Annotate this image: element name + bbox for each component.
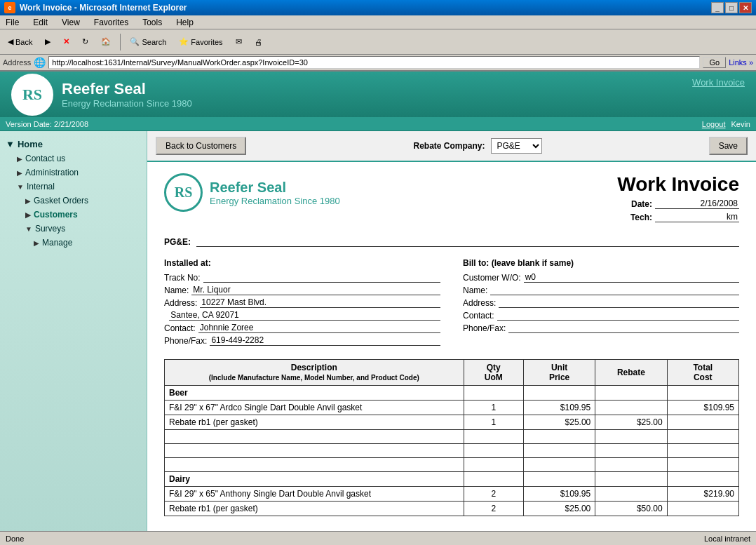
- page-title-link[interactable]: Work Invoice: [692, 77, 745, 88]
- invoice-table-body: Beer F&I 29" x 67" Ardco Single Dart Dou…: [165, 386, 739, 516]
- window-controls[interactable]: _ □ ✕: [711, 2, 752, 13]
- date-label: Date:: [631, 199, 652, 209]
- stop-button[interactable]: ✕: [58, 32, 74, 52]
- close-button[interactable]: ✕: [739, 2, 752, 13]
- menu-view[interactable]: View: [59, 16, 83, 29]
- sidebar: ▼ Home ▶ Contact us ▶ Administration ▼ I…: [0, 131, 147, 544]
- col-header-rebate: Rebate: [595, 360, 667, 386]
- bill-addr-label: Address:: [463, 298, 496, 308]
- menu-file[interactable]: File: [3, 16, 22, 29]
- mail-icon: ✉: [236, 37, 242, 46]
- wo-row: Customer W/O: w0: [463, 272, 739, 283]
- menu-help[interactable]: Help: [173, 16, 196, 29]
- rebate-company-select[interactable]: PG&E SCE SDG&E: [491, 138, 542, 154]
- sidebar-item-manage[interactable]: ▶ Manage: [0, 236, 147, 250]
- print-button[interactable]: 🖨: [250, 32, 267, 52]
- pge-value: [196, 236, 739, 247]
- track-no-value: [203, 272, 440, 283]
- pge-label: PG&E:: [164, 237, 191, 247]
- main-layout: ▼ Home ▶ Contact us ▶ Administration ▼ I…: [0, 131, 756, 544]
- install-contact-value: Johnnie Zoree: [198, 323, 440, 333]
- status-right: Local intranet: [704, 534, 750, 543]
- menu-favorites[interactable]: Favorites: [91, 16, 131, 29]
- install-addr2-row: Santee, CA 92071: [164, 310, 440, 321]
- sidebar-item-home[interactable]: ▼ Home: [0, 137, 147, 152]
- install-contact-row: Contact: Johnnie Zoree: [164, 323, 440, 333]
- item-price: $109.95: [523, 487, 595, 502]
- toolbar-separator: [120, 34, 121, 51]
- bill-contact-label: Contact:: [463, 311, 494, 321]
- back-to-customers-button[interactable]: Back to Customers: [156, 137, 246, 155]
- item-total: $109.95: [667, 401, 738, 415]
- sidebar-item-gasket-orders[interactable]: ▶ Gasket Orders: [0, 194, 147, 208]
- col-header-price: UnitPrice: [523, 360, 595, 386]
- company-name: Reefer Seal: [62, 80, 192, 98]
- install-phone-row: Phone/Fax: 619-449-2282: [164, 335, 440, 346]
- user-name: Kevin: [731, 120, 750, 128]
- item-price: $25.00: [523, 415, 595, 430]
- item-qty: 2: [464, 487, 523, 502]
- links-label[interactable]: Links »: [729, 58, 753, 67]
- address-input[interactable]: [48, 56, 700, 69]
- item-total: [667, 415, 738, 430]
- install-phone-label: Phone/Fax:: [164, 336, 207, 346]
- menu-edit[interactable]: Edit: [30, 16, 50, 29]
- table-row: [165, 444, 739, 458]
- item-rebate: $50.00: [595, 502, 667, 516]
- manage-arrow-icon: ▶: [34, 239, 39, 247]
- page: RS Reefer Seal Energy Reclamation Since …: [0, 72, 756, 544]
- install-name-value: Mr. Liquor: [191, 285, 440, 295]
- toolbar: ◀ Back ▶ ✕ ↻ 🏠 🔍 Search ⭐ Favorites ✉ 🖨: [0, 29, 756, 55]
- invoice-logo: RS Reefer Seal Energy Reclamation Since …: [164, 173, 340, 212]
- admin-arrow-icon: ▶: [17, 169, 22, 177]
- table-row: Rebate rb1 (per gasket) 2 $25.00 $50.00: [165, 502, 739, 516]
- installed-at-title: Installed at:: [164, 258, 440, 268]
- save-button[interactable]: Save: [709, 137, 748, 155]
- forward-button[interactable]: ▶: [40, 32, 55, 52]
- pge-row: PG&E:: [164, 236, 739, 247]
- menu-tools[interactable]: Tools: [140, 16, 165, 29]
- top-controls: Back to Customers Rebate Company: PG&E S…: [147, 131, 756, 162]
- minimize-button[interactable]: _: [711, 2, 724, 13]
- mail-button[interactable]: ✉: [231, 32, 247, 52]
- bill-to-section: Bill to: (leave blank if same) Customer …: [463, 258, 739, 348]
- go-button[interactable]: Go: [703, 57, 726, 68]
- back-button[interactable]: ◀ Back: [3, 32, 37, 52]
- restore-button[interactable]: □: [725, 2, 738, 13]
- title-bar: e Work Invoice - Microsoft Internet Expl…: [0, 0, 756, 15]
- table-row: [165, 430, 739, 444]
- bill-phone-value: [508, 323, 739, 333]
- sidebar-item-internal[interactable]: ▼ Internal: [0, 180, 147, 194]
- refresh-button[interactable]: ↻: [77, 32, 93, 52]
- invoice-table: Description(Include Manufacture Name, Mo…: [164, 359, 739, 516]
- item-price: $25.00: [523, 502, 595, 516]
- tech-label: Tech:: [630, 213, 652, 222]
- sidebar-item-administration[interactable]: ▶ Administration: [0, 166, 147, 180]
- track-no-row: Track No:: [164, 272, 440, 283]
- install-addr-value: 10227 Mast Blvd.: [200, 297, 440, 308]
- home-icon: 🏠: [101, 37, 111, 46]
- invoice-tagline: Energy Reclamation Since 1980: [210, 196, 340, 206]
- bill-to-title: Bill to: (leave blank if same): [463, 258, 739, 268]
- invoice-logo-circle: RS: [164, 173, 203, 212]
- window-title: Work Invoice - Microsoft Internet Explor…: [20, 3, 187, 13]
- install-phone-value: 619-449-2282: [210, 335, 440, 346]
- sidebar-item-contact[interactable]: ▶ Contact us: [0, 152, 147, 166]
- category-dairy: Dairy: [165, 472, 464, 487]
- sidebar-gasket-label: Gasket Orders: [34, 196, 88, 206]
- favorites-button[interactable]: ⭐ Favorites: [174, 32, 227, 52]
- logout-link[interactable]: Logout: [702, 120, 726, 128]
- category-beer: Beer: [165, 386, 464, 401]
- search-button[interactable]: 🔍 Search: [125, 32, 171, 52]
- bill-phone-label: Phone/Fax:: [463, 323, 506, 333]
- rebate-label: Rebate Company:: [413, 141, 485, 151]
- bill-phone-row: Phone/Fax:: [463, 323, 739, 333]
- logo: RS: [11, 74, 53, 116]
- sidebar-item-surveys[interactable]: ▼ Surveys: [0, 222, 147, 236]
- tech-row: Tech: km: [617, 212, 739, 222]
- invoice-title: Work Invoice: [617, 173, 739, 196]
- customers-arrow-icon: ▶: [25, 211, 31, 219]
- home-button[interactable]: 🏠: [96, 32, 116, 52]
- sidebar-item-customers[interactable]: ▶ Customers: [0, 208, 147, 222]
- install-name-label: Name:: [164, 285, 189, 295]
